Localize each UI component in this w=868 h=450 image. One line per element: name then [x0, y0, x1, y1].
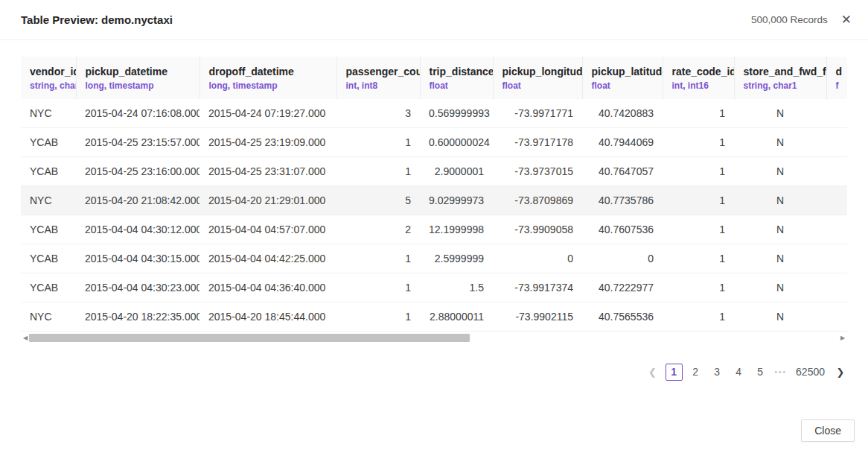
- pagination-page[interactable]: 5: [752, 364, 769, 381]
- table-body: NYC2015-04-24 07:16:08.0002015-04-24 07:…: [21, 99, 847, 332]
- pagination-page-active[interactable]: 1: [666, 364, 683, 381]
- column-name: d: [836, 65, 839, 78]
- table-row[interactable]: YCAB2015-04-04 04:30:15.0002015-04-04 04…: [21, 244, 847, 273]
- table-cell: 2015-04-20 18:45:44.000: [200, 302, 336, 332]
- table-cell: -73.9917374: [493, 273, 582, 302]
- column-type: long, timestamp: [209, 80, 328, 91]
- table-cell: 40.7607536: [582, 215, 663, 244]
- close-icon[interactable]: ✕: [840, 12, 853, 28]
- pagination-page[interactable]: 4: [730, 364, 747, 381]
- column-type: string, char4: [30, 80, 67, 91]
- table-header: vendor_idstring, char4pickup_datetimelon…: [21, 57, 847, 99]
- table-cell: N: [734, 244, 826, 273]
- table-preview: vendor_idstring, char4pickup_datetimelon…: [21, 57, 847, 332]
- pagination-last-page[interactable]: 62500: [793, 364, 828, 381]
- table-cell: YCAB: [21, 215, 76, 244]
- table-cell: N: [734, 273, 826, 302]
- table-cell: 1: [663, 215, 734, 244]
- scrollbar-thumb[interactable]: [29, 334, 470, 342]
- table-row[interactable]: NYC2015-04-24 07:16:08.0002015-04-24 07:…: [21, 99, 847, 128]
- table-cell: 1: [663, 157, 734, 186]
- column-name: pickup_longitude: [502, 65, 573, 78]
- table-cell: 2.5999999: [420, 244, 493, 273]
- table-cell: 1: [336, 157, 420, 186]
- column-header: pickup_latitudefloat: [582, 57, 663, 99]
- column-type: float: [592, 80, 654, 91]
- column-type: float: [502, 80, 573, 91]
- column-header: rate_code_idint, int16: [663, 57, 734, 99]
- close-button[interactable]: Close: [801, 419, 855, 442]
- table-row[interactable]: YCAB2015-04-25 23:16:00.0002015-04-25 23…: [21, 157, 847, 186]
- table-cell: 1: [336, 302, 420, 332]
- pagination-next-icon[interactable]: ❯: [832, 363, 849, 381]
- table-row[interactable]: YCAB2015-04-04 04:30:12.0002015-04-04 04…: [21, 215, 847, 244]
- table-cell: 2015-04-04 04:30:15.000: [76, 244, 200, 273]
- table-cell: [826, 157, 847, 186]
- column-header: store_and_fwd_flagstring, char1: [734, 57, 826, 99]
- table-cell: -73.9737015: [493, 157, 582, 186]
- column-name: pickup_datetime: [86, 65, 191, 78]
- pagination-ellipsis[interactable]: •••: [773, 368, 789, 376]
- table-cell: YCAB: [21, 273, 76, 302]
- table-cell: 1: [336, 273, 420, 302]
- table-cell: 3: [336, 99, 420, 128]
- table-cell: 1: [336, 244, 420, 273]
- pagination-prev-icon[interactable]: ❮: [645, 363, 661, 381]
- column-type: int, int16: [672, 80, 725, 91]
- table-row[interactable]: NYC2015-04-20 18:22:35.0002015-04-20 18:…: [21, 302, 847, 332]
- table-cell: 0.569999993: [420, 99, 493, 128]
- table-cell: YCAB: [21, 128, 76, 157]
- table-cell: 1: [663, 99, 734, 128]
- table-cell: -73.8709869: [493, 186, 582, 215]
- table-cell: 2015-04-20 21:29:01.000: [200, 186, 336, 215]
- table-cell: [826, 302, 847, 332]
- table-cell: 1: [336, 128, 420, 157]
- table-cell: N: [734, 215, 826, 244]
- table-cell: 2015-04-04 04:30:23.000: [76, 273, 200, 302]
- table-row[interactable]: YCAB2015-04-25 23:15:57.0002015-04-25 23…: [21, 128, 847, 157]
- column-type: f: [836, 80, 839, 91]
- table-cell: 1: [663, 244, 734, 273]
- table-header-row: vendor_idstring, char4pickup_datetimelon…: [21, 57, 847, 99]
- table-cell: 2015-04-24 07:19:27.000: [200, 99, 336, 128]
- table-cell: 2.9000001: [420, 157, 493, 186]
- table-cell: 2015-04-04 04:30:12.000: [76, 215, 200, 244]
- scrollbar-right-arrow-icon[interactable]: ▶: [838, 332, 847, 343]
- table-cell: -73.9902115: [493, 302, 582, 332]
- table-cell: N: [734, 186, 826, 215]
- column-name: vendor_id: [30, 65, 67, 78]
- table-cell: 2015-04-20 18:22:35.000: [76, 302, 200, 332]
- table-cell: 2: [336, 215, 420, 244]
- pagination: ❮ 12345 ••• 62500 ❯: [0, 363, 849, 381]
- data-table: vendor_idstring, char4pickup_datetimelon…: [21, 57, 847, 332]
- table-cell: 1: [663, 273, 734, 302]
- table-cell: 0.600000024: [420, 128, 493, 157]
- column-header: dropoff_datetimelong, timestamp: [200, 57, 336, 99]
- table-cell: 2.88000011: [420, 302, 493, 332]
- modal-header: Table Preview: demo.nyctaxi 500,000 Reco…: [0, 0, 868, 40]
- table-cell: N: [734, 99, 826, 128]
- table-cell: 2015-04-25 23:31:07.000: [200, 157, 336, 186]
- pagination-page[interactable]: 3: [709, 364, 726, 381]
- table-cell: [826, 128, 847, 157]
- table-cell: 40.7735786: [582, 186, 663, 215]
- table-cell: 2015-04-25 23:19:09.000: [200, 128, 336, 157]
- modal-header-right: 500,000 Records ✕: [751, 12, 853, 28]
- table-cell: NYC: [21, 302, 76, 332]
- table-cell: 0: [493, 244, 582, 273]
- column-name: pickup_latitude: [592, 65, 654, 78]
- table-cell: 40.7944069: [582, 128, 663, 157]
- pagination-page[interactable]: 2: [687, 364, 704, 381]
- table-cell: N: [734, 157, 826, 186]
- table-cell: 5: [336, 186, 420, 215]
- table-row[interactable]: NYC2015-04-20 21:08:42.0002015-04-20 21:…: [21, 186, 847, 215]
- records-count: 500,000 Records: [751, 14, 828, 25]
- table-cell: NYC: [21, 186, 76, 215]
- column-name: passenger_count: [346, 65, 411, 78]
- horizontal-scrollbar[interactable]: ◀ ▶: [21, 332, 847, 343]
- column-header: pickup_datetimelong, timestamp: [76, 57, 200, 99]
- table-cell: 2015-04-04 04:42:25.000: [200, 244, 336, 273]
- table-cell: 40.7565536: [582, 302, 663, 332]
- page-numbers: 12345: [666, 364, 769, 381]
- table-row[interactable]: YCAB2015-04-04 04:30:23.0002015-04-04 04…: [21, 273, 847, 302]
